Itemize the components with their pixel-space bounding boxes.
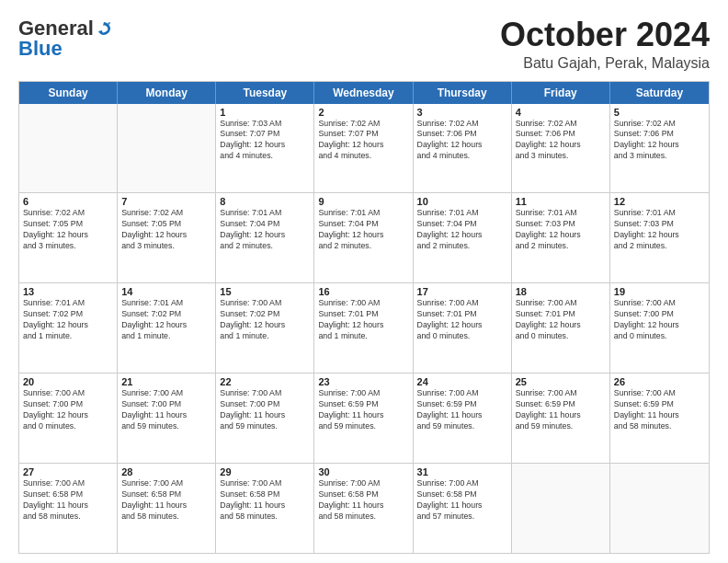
day-info: Sunrise: 7:01 AM Sunset: 7:04 PM Dayligh… [318,208,408,252]
day-info: Sunrise: 7:00 AM Sunset: 6:59 PM Dayligh… [614,388,705,432]
day-number: 12 [614,196,705,207]
day-number: 5 [614,107,705,118]
calendar-week-1: 1Sunrise: 7:03 AM Sunset: 7:07 PM Daylig… [19,104,709,194]
day-info: Sunrise: 7:00 AM Sunset: 7:02 PM Dayligh… [220,298,310,342]
logo-blue-text: Blue [18,37,63,61]
day-number: 10 [417,196,507,207]
day-header-wednesday: Wednesday [314,82,413,104]
day-info: Sunrise: 7:00 AM Sunset: 6:58 PM Dayligh… [121,478,211,523]
day-header-saturday: Saturday [610,82,709,104]
calendar-day-12: 12Sunrise: 7:01 AM Sunset: 7:03 PM Dayli… [610,193,709,282]
calendar-day-2: 2Sunrise: 7:02 AM Sunset: 7:07 PM Daylig… [314,104,413,193]
day-info: Sunrise: 7:00 AM Sunset: 6:58 PM Dayligh… [220,478,310,523]
calendar-day-18: 18Sunrise: 7:00 AM Sunset: 7:01 PM Dayli… [512,283,610,373]
day-number: 4 [516,107,606,118]
calendar-day-5: 5Sunrise: 7:02 AM Sunset: 7:06 PM Daylig… [610,104,709,193]
calendar-day-24: 24Sunrise: 7:00 AM Sunset: 6:59 PM Dayli… [414,373,512,463]
day-number: 24 [417,376,507,387]
calendar-day-23: 23Sunrise: 7:00 AM Sunset: 6:59 PM Dayli… [314,373,413,463]
day-info: Sunrise: 7:02 AM Sunset: 7:06 PM Dayligh… [417,119,507,163]
day-info: Sunrise: 7:00 AM Sunset: 6:59 PM Dayligh… [417,388,507,432]
day-info: Sunrise: 7:00 AM Sunset: 6:58 PM Dayligh… [318,478,408,523]
day-header-thursday: Thursday [414,82,512,104]
day-info: Sunrise: 7:00 AM Sunset: 7:00 PM Dayligh… [220,388,310,432]
day-info: Sunrise: 7:01 AM Sunset: 7:02 PM Dayligh… [23,298,113,342]
day-number: 26 [614,376,705,387]
calendar-day-19: 19Sunrise: 7:00 AM Sunset: 7:00 PM Dayli… [610,283,709,373]
day-number: 22 [220,376,310,387]
calendar-day-22: 22Sunrise: 7:00 AM Sunset: 7:00 PM Dayli… [216,373,314,463]
calendar-day-1: 1Sunrise: 7:03 AM Sunset: 7:07 PM Daylig… [216,104,314,193]
title-block: October 2024 Batu Gajah, Perak, Malaysia [500,17,710,72]
day-number: 7 [121,196,211,207]
calendar-day-15: 15Sunrise: 7:00 AM Sunset: 7:02 PM Dayli… [216,283,314,373]
day-info: Sunrise: 7:00 AM Sunset: 7:01 PM Dayligh… [516,298,606,342]
day-number: 2 [318,107,408,118]
day-info: Sunrise: 7:00 AM Sunset: 6:58 PM Dayligh… [417,478,507,523]
calendar-day-6: 6Sunrise: 7:02 AM Sunset: 7:05 PM Daylig… [19,193,118,282]
calendar-empty-cell [19,104,118,193]
calendar-day-31: 31Sunrise: 7:00 AM Sunset: 6:58 PM Dayli… [414,464,512,553]
calendar-day-4: 4Sunrise: 7:02 AM Sunset: 7:06 PM Daylig… [512,104,610,193]
calendar-week-5: 27Sunrise: 7:00 AM Sunset: 6:58 PM Dayli… [19,464,709,553]
calendar-day-7: 7Sunrise: 7:02 AM Sunset: 7:05 PM Daylig… [118,193,216,282]
day-info: Sunrise: 7:00 AM Sunset: 7:00 PM Dayligh… [614,298,705,342]
calendar-header: SundayMondayTuesdayWednesdayThursdayFrid… [19,82,709,104]
day-number: 27 [23,466,113,477]
day-info: Sunrise: 7:00 AM Sunset: 7:00 PM Dayligh… [23,388,113,432]
day-info: Sunrise: 7:00 AM Sunset: 7:00 PM Dayligh… [121,388,211,432]
day-number: 29 [220,466,310,477]
calendar-day-30: 30Sunrise: 7:00 AM Sunset: 6:58 PM Dayli… [314,464,413,553]
day-header-monday: Monday [118,82,216,104]
day-number: 25 [516,376,606,387]
day-number: 9 [318,196,408,207]
day-number: 23 [318,376,408,387]
day-number: 21 [121,376,211,387]
day-number: 20 [23,376,113,387]
calendar-day-20: 20Sunrise: 7:00 AM Sunset: 7:00 PM Dayli… [19,373,118,463]
day-number: 1 [220,107,310,118]
day-info: Sunrise: 7:01 AM Sunset: 7:04 PM Dayligh… [417,208,507,252]
calendar-day-28: 28Sunrise: 7:00 AM Sunset: 6:58 PM Dayli… [118,464,216,553]
calendar-day-9: 9Sunrise: 7:01 AM Sunset: 7:04 PM Daylig… [314,193,413,282]
day-number: 15 [220,286,310,297]
day-info: Sunrise: 7:02 AM Sunset: 7:06 PM Dayligh… [516,119,606,163]
calendar-day-17: 17Sunrise: 7:00 AM Sunset: 7:01 PM Dayli… [414,283,512,373]
calendar-day-3: 3Sunrise: 7:02 AM Sunset: 7:06 PM Daylig… [414,104,512,193]
calendar-day-10: 10Sunrise: 7:01 AM Sunset: 7:04 PM Dayli… [414,193,512,282]
day-number: 19 [614,286,705,297]
day-info: Sunrise: 7:02 AM Sunset: 7:07 PM Dayligh… [318,119,408,163]
calendar-empty-cell [610,464,709,553]
calendar-week-2: 6Sunrise: 7:02 AM Sunset: 7:05 PM Daylig… [19,193,709,283]
day-info: Sunrise: 7:01 AM Sunset: 7:03 PM Dayligh… [516,208,606,252]
calendar-body: 1Sunrise: 7:03 AM Sunset: 7:07 PM Daylig… [19,104,709,553]
calendar-day-29: 29Sunrise: 7:00 AM Sunset: 6:58 PM Dayli… [216,464,314,553]
day-number: 30 [318,466,408,477]
calendar-empty-cell [118,104,216,193]
day-info: Sunrise: 7:01 AM Sunset: 7:02 PM Dayligh… [121,298,211,342]
day-header-friday: Friday [512,82,610,104]
page: General Blue October 2024 Batu Gajah, Pe… [0,0,728,563]
day-info: Sunrise: 7:00 AM Sunset: 6:59 PM Dayligh… [318,388,408,432]
calendar-empty-cell [512,464,610,553]
calendar-day-21: 21Sunrise: 7:00 AM Sunset: 7:00 PM Dayli… [118,373,216,463]
day-number: 3 [417,107,507,118]
day-info: Sunrise: 7:00 AM Sunset: 7:01 PM Dayligh… [417,298,507,342]
day-info: Sunrise: 7:02 AM Sunset: 7:05 PM Dayligh… [121,208,211,252]
calendar-day-14: 14Sunrise: 7:01 AM Sunset: 7:02 PM Dayli… [118,283,216,373]
day-number: 17 [417,286,507,297]
calendar-day-8: 8Sunrise: 7:01 AM Sunset: 7:04 PM Daylig… [216,193,314,282]
day-number: 28 [121,466,211,477]
day-info: Sunrise: 7:00 AM Sunset: 7:01 PM Dayligh… [318,298,408,342]
day-info: Sunrise: 7:00 AM Sunset: 6:59 PM Dayligh… [516,388,606,432]
day-header-tuesday: Tuesday [216,82,314,104]
day-number: 8 [220,196,310,207]
calendar: SundayMondayTuesdayWednesdayThursdayFrid… [18,81,710,554]
header: General Blue October 2024 Batu Gajah, Pe… [18,17,710,72]
logo-bird-icon [96,20,112,37]
calendar-day-11: 11Sunrise: 7:01 AM Sunset: 7:03 PM Dayli… [512,193,610,282]
calendar-week-3: 13Sunrise: 7:01 AM Sunset: 7:02 PM Dayli… [19,283,709,373]
day-info: Sunrise: 7:01 AM Sunset: 7:03 PM Dayligh… [614,208,705,252]
logo: General Blue [18,17,112,61]
calendar-week-4: 20Sunrise: 7:00 AM Sunset: 7:00 PM Dayli… [19,373,709,464]
